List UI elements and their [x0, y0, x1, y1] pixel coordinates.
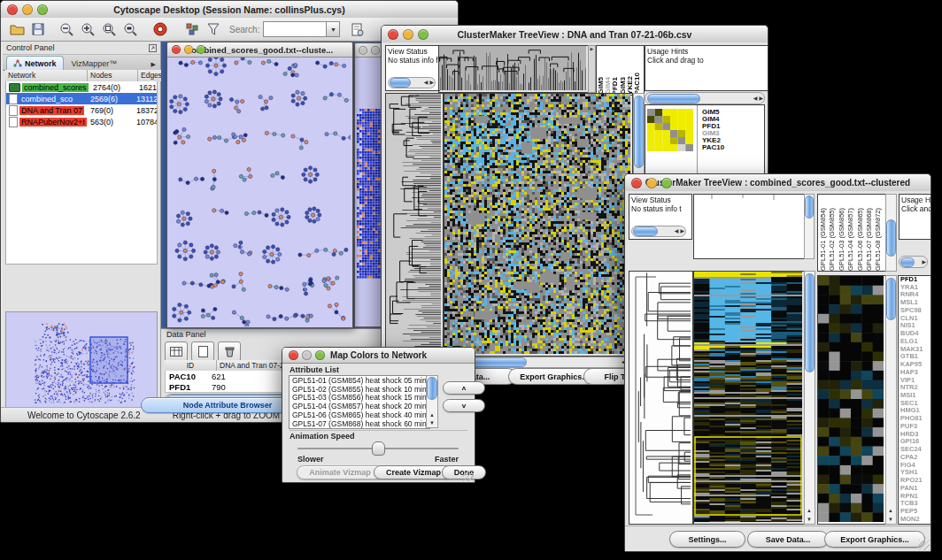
search-dropdown-icon[interactable]: ▼ — [327, 21, 340, 37]
zoom-window-icon[interactable] — [418, 29, 429, 40]
treeview2-gene-list[interactable]: PFD1YRA1RNR4MSL1SPC98CLN1NIS1BUD4ELG1MAK… — [898, 275, 931, 525]
close-icon[interactable] — [172, 45, 181, 54]
window-controls — [1, 4, 48, 15]
tab-vizmapper[interactable]: VizMapper™ — [64, 57, 126, 70]
zoom-in-icon[interactable] — [77, 19, 98, 39]
gene-label[interactable]: PAC10 — [702, 144, 724, 151]
close-icon[interactable] — [631, 178, 642, 188]
array-label: GPL51-01 (GSM854) — [819, 208, 828, 271]
scroll-left-icon[interactable]: ◀ — [753, 95, 759, 103]
network-table-row[interactable]: combined_sco2569(6)13112(15) — [6, 93, 157, 104]
view-status-hscrollbar[interactable]: ◀▶ — [631, 226, 686, 237]
scroll-right-icon[interactable]: ▶ — [921, 258, 927, 266]
scroll-up-icon[interactable]: ▲ — [806, 507, 813, 515]
treeview1-column-dendrogram[interactable] — [438, 45, 589, 93]
zoom-window-icon[interactable] — [661, 178, 672, 188]
treeview2-hints-hscrollbar[interactable]: ▶ — [899, 256, 928, 268]
close-icon[interactable] — [7, 4, 18, 15]
treeview1-titlebar[interactable]: ClusterMaker TreeView : DNA and Tran 07-… — [382, 26, 768, 43]
treeview2-titlebar[interactable]: ClusterMaker TreeView : combined_scores_… — [625, 174, 930, 192]
minimize-icon[interactable] — [646, 178, 657, 188]
move-up-button[interactable]: ʌ — [443, 381, 485, 395]
zoom-selected-icon[interactable] — [98, 19, 120, 39]
close-icon[interactable] — [388, 29, 398, 40]
data-col-id[interactable]: ID — [165, 360, 217, 371]
help-lifering-icon[interactable] — [150, 19, 171, 39]
scroll-right-icon[interactable]: ▶ — [429, 79, 435, 87]
minimize-icon[interactable] — [302, 350, 312, 360]
scroll-down-icon[interactable]: ▼ — [429, 419, 436, 427]
dialog-titlebar[interactable]: Map Colors to Network — [282, 348, 475, 364]
network-view-window[interactable]: combined_scores_good.txt--cluste... — [166, 42, 353, 328]
treeview2-vscrollbar[interactable]: ▲ ▼ — [804, 271, 815, 525]
network-table-row[interactable]: RNAPuberNov2+I563(0)107847(0) — [6, 116, 157, 127]
zoom-window-icon[interactable] — [197, 45, 205, 54]
float-panel-icon[interactable] — [149, 40, 157, 56]
attribute-list-scrollbar[interactable]: ▲ ▼ — [426, 375, 438, 428]
export-graphics-button[interactable]: Export Graphics... — [824, 531, 925, 548]
resize-grip[interactable] — [463, 471, 474, 481]
gene-label[interactable]: MON2 — [900, 516, 930, 524]
treeview2-array-labels: GPL51-01 (GSM854)GPL51-02 (GSM855)GPL51-… — [817, 194, 887, 272]
filter-funnel-icon[interactable] — [203, 19, 224, 39]
network-overview-panel[interactable] — [5, 311, 158, 412]
treeview1-zoom-heatmap[interactable] — [647, 109, 693, 151]
col-header-nodes[interactable]: Nodes — [88, 70, 138, 81]
resize-grip[interactable] — [919, 540, 930, 550]
scroll-up-icon[interactable]: ▲ — [429, 411, 436, 419]
plugins-icon[interactable] — [181, 19, 203, 39]
move-down-button[interactable]: v — [443, 399, 485, 412]
attribute-list[interactable]: GPL51-01 (GSM854) heat shock 05 minGPL51… — [289, 375, 430, 429]
treeview1-array-labels: GIM5GIM4PFD1GIM3YKE2PAC10 — [596, 45, 645, 96]
delete-attribute-icon[interactable] — [218, 341, 241, 362]
col-header-network[interactable]: Network — [5, 70, 88, 81]
annotation-icon[interactable] — [347, 19, 368, 39]
scroll-left-icon[interactable]: ◀ — [423, 79, 429, 87]
treeview2-zoom-heatmap[interactable] — [817, 275, 886, 525]
scroll-right-icon[interactable]: ▶ — [679, 227, 685, 235]
settings-button[interactable]: Settings... — [669, 531, 745, 548]
attribute-list-item[interactable]: GPL51-07 (GSM868) heat shock 60 min — [292, 420, 429, 429]
more-tabs-icon[interactable]: ▶ — [151, 61, 160, 70]
scroll-left-icon[interactable]: ◀ — [674, 227, 680, 235]
save-icon[interactable] — [27, 19, 49, 39]
splitter-handle[interactable]: ▶ — [588, 45, 596, 93]
minimize-icon[interactable] — [22, 4, 33, 15]
scroll-down-icon[interactable]: ▼ — [806, 516, 813, 524]
main-titlebar[interactable]: Cytoscape Desktop (Session Name: collins… — [1, 1, 458, 19]
zoom-window-icon[interactable] — [315, 350, 325, 360]
zoom-window-icon[interactable] — [37, 4, 48, 15]
tab-network[interactable]: Network — [6, 56, 64, 70]
attribute-table-icon[interactable] — [165, 341, 188, 362]
view-status-hscrollbar[interactable]: ◀▶ — [388, 77, 436, 88]
scroll-right-icon[interactable]: ▶ — [758, 95, 764, 103]
minimize-icon[interactable] — [184, 45, 193, 54]
treeview2-coltree-scrollbar[interactable] — [804, 194, 815, 259]
network-table-row[interactable]: combined_scores2764(0)16218(0) — [6, 81, 157, 93]
treeview1-row-dendrogram[interactable] — [385, 93, 444, 357]
network-table-row[interactable]: DNA and Tran 07769(0)183728(0) — [6, 104, 157, 116]
zoom-out-icon[interactable] — [56, 19, 77, 39]
array-label: GPL51-06 (GSM865) — [856, 208, 865, 271]
treeview2-row-dendrogram[interactable] — [629, 271, 693, 525]
minimize-icon[interactable] — [403, 29, 413, 40]
animate-vizmap-button[interactable]: Animate Vizmap — [297, 465, 383, 479]
close-icon[interactable] — [289, 350, 298, 360]
scroll-down-icon[interactable]: ▼ — [887, 516, 894, 524]
treeview1-labels-hscrollbar[interactable]: ◀▶ — [645, 92, 765, 104]
new-attribute-icon[interactable] — [191, 341, 214, 362]
save-data-button[interactable]: Save Data... — [747, 531, 829, 548]
speed-slider-thumb[interactable] — [372, 441, 385, 456]
network-canvas[interactable] — [167, 58, 351, 326]
treeview2-heatmap[interactable] — [693, 271, 805, 525]
zoom-fit-icon[interactable] — [120, 19, 141, 39]
treeview2-zoom-vscrollbar[interactable]: ▲ ▼ — [885, 275, 897, 525]
minimize-icon[interactable] — [371, 46, 380, 55]
open-file-icon[interactable] — [6, 19, 27, 39]
scroll-up-icon[interactable]: ▲ — [887, 507, 894, 515]
treeview2-column-dendrogram[interactable] — [693, 194, 805, 259]
close-icon[interactable] — [359, 46, 367, 55]
treeview1-heatmap[interactable] — [444, 93, 633, 357]
treeview2-labels-vscrollbar[interactable] — [885, 194, 897, 272]
search-input[interactable] — [263, 21, 327, 37]
